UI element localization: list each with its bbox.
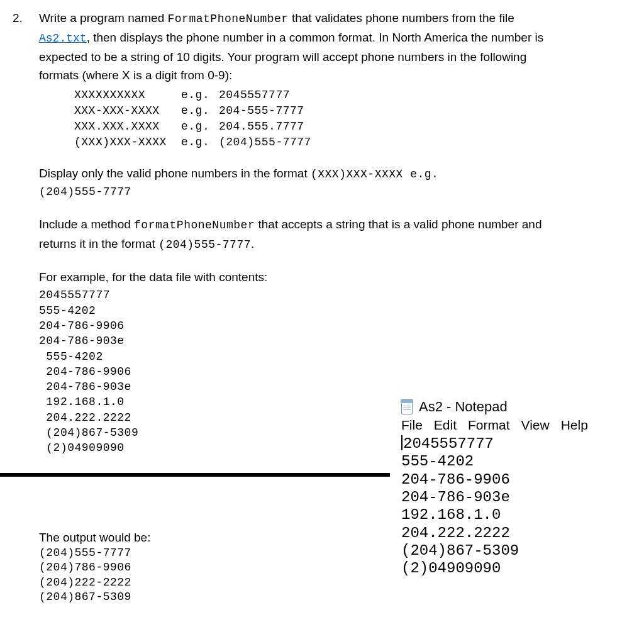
format-example: (204)555-7777	[219, 135, 311, 150]
output-list: (204)555-7777 (204)786-9906 (204)222-222…	[39, 546, 150, 605]
notepad-line: 192.168.1.0	[401, 506, 640, 524]
format-eg: e.g.	[181, 119, 219, 135]
notepad-titlebar: As2 - Notepad	[397, 396, 644, 416]
text-caret	[401, 435, 402, 450]
question-content: Write a program named FormatPhoneNumber …	[39, 9, 567, 456]
notepad-line: 204-786-903e	[401, 489, 640, 506]
question-number: 2.	[13, 9, 23, 27]
output-block: The output would be: (204)555-7777 (204)…	[39, 531, 150, 605]
format-pattern: XXXXXXXXXX	[74, 87, 181, 103]
format-pattern: (XXX)XXX-XXXX	[74, 135, 181, 150]
menu-help[interactable]: Help	[561, 418, 588, 433]
formats-table: XXXXXXXXXX e.g. 2045557777 XXX-XXX-XXXX …	[74, 87, 567, 151]
horizontal-rule	[0, 473, 390, 477]
format-row: XXXXXXXXXX e.g. 2045557777	[74, 87, 567, 103]
notepad-line: 204-786-9906	[401, 471, 640, 489]
method-prefix: Include a method	[39, 218, 134, 231]
output-line: (204)786-9906	[39, 560, 150, 575]
menu-view[interactable]: View	[521, 418, 550, 433]
intro-mid: that validates phone numbers from the fi…	[289, 11, 514, 25]
output-label: The output would be:	[39, 531, 150, 545]
notepad-body[interactable]: 2045557777 555-4202 204-786-9906 204-786…	[397, 435, 644, 582]
menu-file[interactable]: File	[401, 418, 423, 433]
format-eg: e.g.	[181, 103, 219, 119]
data-line: 2045557777	[39, 287, 567, 303]
method-paragraph: Include a method formatPhoneNumber that …	[39, 215, 567, 254]
format-example: 204-555-7777	[219, 103, 304, 119]
notepad-line: 204.222.2222	[401, 525, 640, 542]
notepad-line: 555-4202	[401, 453, 640, 470]
data-line: 204-786-903e	[39, 379, 567, 394]
data-line: 555-4202	[39, 303, 567, 318]
example-intro: For example, for the data file with cont…	[39, 268, 567, 286]
format-example: 204.555.7777	[219, 119, 304, 135]
intro-after-link: , then displays the phone number in a co…	[39, 31, 543, 82]
output-line: (204)555-7777	[39, 546, 150, 560]
notepad-title-text: As2 - Notepad	[419, 399, 508, 415]
output-line: (204)867-5309	[39, 590, 150, 604]
format-row: XXX-XXX-XXXX e.g. 204-555-7777	[74, 103, 567, 119]
display-rule: Display only the valid phone numbers in …	[39, 164, 567, 201]
menu-format[interactable]: Format	[468, 418, 510, 433]
format-pattern: XXX-XXX-XXXX	[74, 103, 181, 119]
output-line: (204)222-2222	[39, 575, 150, 590]
notepad-line: (204)867-5309	[401, 542, 640, 560]
notepad-menu: File Edit Format View Help	[397, 416, 644, 435]
notepad-icon	[400, 399, 414, 414]
menu-edit[interactable]: Edit	[434, 418, 457, 433]
data-line: 555-4202	[39, 349, 567, 364]
display-rule-mono1: (XXX)XXX-XXXX e.g.	[311, 168, 438, 180]
intro-paragraph: Write a program named FormatPhoneNumber …	[39, 9, 567, 85]
format-row: XXX.XXX.XXXX e.g. 204.555.7777	[74, 119, 567, 135]
notepad-line: (2)04909090	[401, 560, 640, 577]
program-name: FormatPhoneNumber	[168, 13, 289, 25]
format-eg: e.g.	[181, 135, 219, 150]
file-link[interactable]: As2.txt	[39, 32, 87, 45]
display-rule-prefix: Display only the valid phone numbers in …	[39, 167, 311, 180]
method-example: (204)555-7777	[158, 238, 251, 251]
display-rule-mono2: (204)555-7777	[39, 184, 567, 201]
notepad-window: As2 - Notepad File Edit Format View Help…	[397, 396, 644, 582]
method-name: formatPhoneNumber	[134, 219, 255, 231]
format-row: (XXX)XXX-XXXX e.g. (204)555-7777	[74, 135, 567, 150]
data-line: 204-786-903e	[39, 333, 567, 348]
format-eg: e.g.	[181, 87, 219, 103]
format-example: 2045557777	[219, 87, 290, 103]
notepad-line: 2045557777	[401, 435, 640, 453]
format-pattern: XXX.XXX.XXXX	[74, 119, 181, 135]
data-line: 204-786-9906	[39, 318, 567, 333]
intro-prefix: Write a program named	[39, 11, 168, 25]
method-suffix: .	[251, 237, 254, 250]
data-line: 204-786-9906	[39, 364, 567, 379]
